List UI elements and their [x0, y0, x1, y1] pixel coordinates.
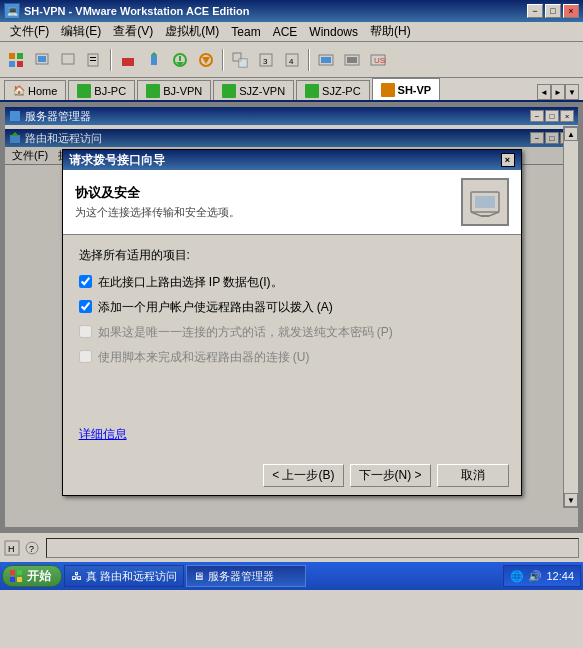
- tab-sjz-vpn-label: SJZ-VPN: [239, 85, 285, 97]
- window-title: SH-VPN - VMware Workstation ACE Edition: [24, 5, 250, 17]
- tab-nav-down[interactable]: ▼: [565, 84, 579, 100]
- toolbar: 3 4 USB: [0, 42, 583, 78]
- back-button[interactable]: < 上一步(B): [263, 464, 343, 487]
- svg-rect-45: [10, 570, 15, 575]
- tab-bj-pc-icon: [77, 84, 91, 98]
- server-manager-close[interactable]: ×: [560, 110, 574, 122]
- svg-rect-1: [17, 53, 23, 59]
- tab-bj-vpn-label: BJ-VPN: [163, 85, 202, 97]
- next-button[interactable]: 下一步(N) >: [350, 464, 431, 487]
- toolbar-btn-9[interactable]: 3: [254, 48, 278, 72]
- svg-rect-47: [10, 577, 15, 582]
- dialog-overlay: 请求拨号接口向导 × 协议及安全 为这个连接选择传输和安全选项。: [5, 129, 578, 527]
- menu-help[interactable]: 帮助(H): [364, 21, 417, 42]
- tab-sjz-vpn[interactable]: SJZ-VPN: [213, 80, 294, 100]
- tab-home[interactable]: 🏠 Home: [4, 80, 66, 100]
- tab-bar: 🏠 Home BJ-PC BJ-VPN SJZ-VPN SJZ-PC SH-VP…: [0, 78, 583, 102]
- scroll-up[interactable]: ▲: [564, 127, 578, 141]
- svg-rect-12: [151, 55, 157, 65]
- tray-icon-volume: 🔊: [528, 570, 542, 583]
- svg-rect-15: [179, 56, 181, 61]
- checkbox-add-user[interactable]: [79, 300, 92, 313]
- toolbar-btn-3[interactable]: [56, 48, 80, 72]
- server-manager-minimize[interactable]: −: [530, 110, 544, 122]
- checkbox-script-label: 使用脚本来完成和远程路由器的连接 (U): [98, 349, 310, 366]
- menu-view[interactable]: 查看(V): [107, 21, 159, 42]
- minimize-button[interactable]: −: [527, 4, 543, 18]
- svg-marker-18: [202, 57, 210, 64]
- toolbar-btn-7[interactable]: [168, 48, 192, 72]
- svg-marker-13: [151, 52, 157, 55]
- svg-rect-32: [10, 111, 20, 121]
- svg-text:4: 4: [289, 57, 294, 66]
- tab-bj-pc-label: BJ-PC: [94, 85, 126, 97]
- dialog-header-icon: [461, 178, 509, 226]
- system-clock: 12:44: [546, 570, 574, 582]
- svg-rect-48: [17, 577, 22, 582]
- tab-sh-vp-icon: [381, 83, 395, 97]
- svg-rect-46: [17, 570, 22, 575]
- cancel-button[interactable]: 取消: [437, 464, 509, 487]
- start-button[interactable]: 开始: [2, 565, 62, 587]
- scroll-down[interactable]: ▼: [564, 493, 578, 507]
- dialog-title-label: 请求拨号接口向导: [69, 152, 165, 169]
- svg-rect-9: [90, 57, 96, 58]
- svg-rect-10: [90, 60, 96, 61]
- menu-windows[interactable]: Windows: [303, 23, 364, 41]
- toolbar-btn-13[interactable]: USB: [366, 48, 390, 72]
- tab-nav: ◄ ► ▼: [533, 84, 579, 100]
- svg-rect-27: [321, 57, 331, 63]
- menu-ace[interactable]: ACE: [267, 23, 304, 41]
- toolbar-btn-8[interactable]: [194, 48, 218, 72]
- taskbar-routing[interactable]: 🖧 真 路由和远程访问: [64, 565, 184, 587]
- dialog-close-button[interactable]: ×: [501, 153, 515, 167]
- tab-nav-right[interactable]: ►: [551, 84, 565, 100]
- svg-text:3: 3: [263, 57, 268, 66]
- toolbar-btn-4[interactable]: [82, 48, 106, 72]
- toolbar-btn-2[interactable]: [30, 48, 54, 72]
- server-manager-maximize[interactable]: □: [545, 110, 559, 122]
- tab-bj-vpn[interactable]: BJ-VPN: [137, 80, 211, 100]
- status-icon-1: H: [4, 540, 20, 556]
- menu-edit[interactable]: 编辑(E): [55, 21, 107, 42]
- toolbar-btn-snap[interactable]: [228, 48, 252, 72]
- taskbar: 开始 🖧 真 路由和远程访问 🖥 服务器管理器 🌐 🔊 12:44: [0, 562, 583, 590]
- tab-bj-pc[interactable]: BJ-PC: [68, 80, 135, 100]
- dialog-footer: < 上一步(B) 下一步(N) > 取消: [63, 455, 521, 495]
- details-link[interactable]: 详细信息: [79, 426, 127, 443]
- title-bar: 💻 SH-VPN - VMware Workstation ACE Editio…: [0, 0, 583, 22]
- close-button[interactable]: ×: [563, 4, 579, 18]
- vertical-scrollbar[interactable]: ▲ ▼: [563, 126, 579, 508]
- tab-sjz-pc[interactable]: SJZ-PC: [296, 80, 370, 100]
- routing-window: 路由和远程访问 − □ × 文件(F) 操作(A) 查看(V) 帮助(H): [5, 129, 578, 527]
- status-icons: H ?: [4, 540, 40, 556]
- toolbar-btn-11[interactable]: [314, 48, 338, 72]
- toolbar-sep-3: [308, 49, 310, 71]
- toolbar-sep-2: [222, 49, 224, 71]
- checkbox-add-user-label: 添加一个用户帐户使远程路由器可以拨入 (A): [98, 299, 333, 316]
- svg-rect-29: [347, 57, 357, 63]
- checkbox-plaintext[interactable]: [79, 325, 92, 338]
- taskbar-server-label: 服务器管理器: [208, 569, 274, 584]
- toolbar-btn-5[interactable]: [116, 48, 140, 72]
- svg-text:H: H: [8, 544, 15, 554]
- menu-vm[interactable]: 虚拟机(M): [159, 21, 225, 42]
- toolbar-btn-10[interactable]: 4: [280, 48, 304, 72]
- menu-file[interactable]: 文件(F): [4, 21, 55, 42]
- svg-rect-2: [9, 61, 15, 67]
- main-area: 服务器管理器 − □ × 路由和远程访问 − □ ×: [0, 102, 583, 532]
- status-icon-2: ?: [24, 540, 40, 556]
- server-manager-title: 服务器管理器: [25, 109, 91, 124]
- taskbar-server-manager[interactable]: 🖥 服务器管理器: [186, 565, 306, 587]
- toolbar-btn-1[interactable]: [4, 48, 28, 72]
- toolbar-btn-12[interactable]: [340, 48, 364, 72]
- tab-sjz-vpn-icon: [222, 84, 236, 98]
- dialog-subtext: 为这个连接选择传输和安全选项。: [75, 205, 240, 220]
- maximize-button[interactable]: □: [545, 4, 561, 18]
- menu-team[interactable]: Team: [225, 23, 266, 41]
- checkbox-script[interactable]: [79, 350, 92, 363]
- tab-sh-vp[interactable]: SH-VP: [372, 78, 441, 100]
- checkbox-ip-routing[interactable]: [79, 275, 92, 288]
- toolbar-btn-6[interactable]: [142, 48, 166, 72]
- tab-nav-left[interactable]: ◄: [537, 84, 551, 100]
